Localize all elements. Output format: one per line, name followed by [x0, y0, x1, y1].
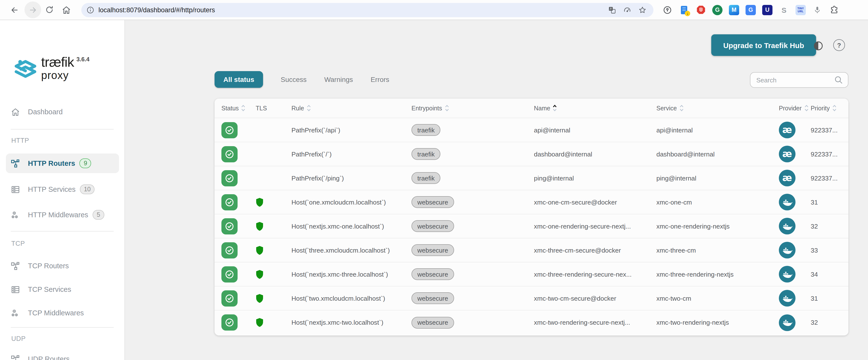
extension-strip: ↓ G M G U S TINYURL: [662, 5, 839, 15]
tab-warnings[interactable]: Warnings: [324, 71, 353, 88]
tls-cell: [256, 197, 291, 207]
rule-cell: Host(`one.xmcloudcm.localhost`): [291, 198, 411, 206]
column-label: Rule: [291, 105, 304, 112]
search-box[interactable]: [750, 72, 848, 88]
priority-cell: 32: [811, 319, 848, 326]
address-bar[interactable]: localhost:8079/dashboard/#/http/routers …: [81, 3, 653, 17]
browser-forward-icon[interactable]: [25, 1, 41, 18]
table-row[interactable]: Host(`two.xmcloudcm.localhost`) websecur…: [215, 286, 848, 310]
services-icon: [11, 185, 20, 194]
provider-docker-icon: [779, 194, 796, 211]
provider-internal-icon: æ: [779, 170, 796, 186]
service-cell: api@internal: [656, 126, 779, 134]
sidebar-item-tcp-middlewares[interactable]: TCP Middlewares: [0, 306, 124, 320]
tls-cell: [256, 293, 291, 303]
routers-table: StatusTLSRuleEntrypointsNameServiceProvi…: [215, 99, 848, 335]
priority-cell: 34: [811, 271, 848, 278]
browser-refresh-icon[interactable]: [41, 1, 58, 18]
password-manager-icon[interactable]: [662, 5, 673, 15]
bookmark-star-icon[interactable]: [638, 6, 647, 14]
sidebar-item-http-routers[interactable]: HTTP Routers 9: [6, 154, 119, 173]
browser-back-icon[interactable]: [6, 1, 23, 18]
s-extension-icon[interactable]: S: [779, 5, 789, 15]
tls-cell: [256, 269, 291, 279]
tls-cell: [256, 149, 291, 159]
table-row[interactable]: Host(`nextjs.xmc-three.localhost`) webse…: [215, 262, 848, 286]
tab-errors[interactable]: Errors: [371, 71, 389, 88]
sidebar-item-http-services[interactable]: HTTP Services 10: [0, 182, 124, 197]
extensions-puzzle-icon[interactable]: [829, 5, 839, 15]
column-header-priority[interactable]: Priority: [811, 105, 848, 112]
sidebar-item-dashboard[interactable]: Dashboard: [0, 105, 124, 119]
sidebar-item-http-middlewares[interactable]: HTTP Middlewares 5: [0, 207, 124, 222]
tls-shield-icon: [256, 197, 291, 207]
table-row[interactable]: PathPrefix(`/ping`) traefik ping@interna…: [215, 166, 848, 190]
provider-docker-icon: [779, 314, 796, 331]
status-success-icon: [221, 242, 238, 258]
table-row[interactable]: Host(`three.xmcloudcm.localhost`) websec…: [215, 238, 848, 262]
google-translate-icon[interactable]: G: [746, 5, 756, 15]
section-label-tcp: TCP: [11, 240, 25, 247]
priority-cell: 922337...: [811, 174, 848, 182]
status-success-icon: [221, 170, 238, 186]
site-info-icon[interactable]: [86, 6, 95, 14]
adblock-icon[interactable]: [695, 5, 706, 15]
column-header-service[interactable]: Service: [656, 105, 779, 112]
priority-cell: 922337...: [811, 150, 848, 158]
provider-docker-icon: [779, 218, 796, 234]
table-row[interactable]: PathPrefix(`/api`) traefik api@internal …: [215, 118, 848, 142]
grammarly-icon[interactable]: G: [712, 5, 722, 15]
priority-cell: 31: [811, 295, 848, 302]
help-icon[interactable]: ?: [833, 39, 845, 51]
column-header-status[interactable]: Status: [221, 105, 256, 112]
upgrade-hub-button[interactable]: Upgrade to Traefik Hub: [711, 34, 816, 56]
url-text[interactable]: localhost:8079/dashboard/#/http/routers: [98, 6, 608, 13]
entrypoint-pill: traefik: [411, 172, 441, 184]
search-input[interactable]: [755, 76, 834, 84]
column-header-name[interactable]: Name: [534, 105, 656, 112]
column-label: Name: [534, 105, 550, 112]
tinyurl-icon[interactable]: TINYURL: [796, 5, 806, 15]
monica-icon[interactable]: M: [729, 5, 739, 15]
column-header-entrypoints[interactable]: Entrypoints: [411, 105, 534, 112]
sidebar-item-udp-routers[interactable]: UDP Routers: [0, 352, 124, 360]
table-row[interactable]: Host(`one.xmcloudcm.localhost`) websecur…: [215, 190, 848, 214]
tls-shield-icon: [256, 221, 291, 231]
table-row[interactable]: PathPrefix(`/`) traefik dashboard@intern…: [215, 142, 848, 166]
microphone-icon[interactable]: [812, 5, 823, 15]
entrypoints-cell: websecure: [411, 292, 534, 304]
tab-success[interactable]: Success: [281, 71, 307, 88]
service-cell: xmc-two-cm: [656, 295, 779, 302]
table-row[interactable]: Host(`nextjs.xmc-one.localhost`) websecu…: [215, 214, 848, 238]
theme-toggle-icon[interactable]: [813, 40, 824, 51]
provider-docker-icon: [779, 266, 796, 282]
sidebar-item-label: TCP Routers: [28, 262, 69, 270]
name-cell: xmc-two-cm-secure@docker: [534, 295, 656, 302]
sidebar-item-label: TCP Services: [28, 285, 71, 293]
table-row[interactable]: Host(`nextjs.xmc-two.localhost`) websecu…: [215, 310, 848, 334]
performance-icon[interactable]: [623, 6, 631, 14]
browser-home-icon[interactable]: [58, 1, 74, 18]
translate-page-icon[interactable]: A: [608, 6, 616, 14]
priority-cell: 31: [811, 198, 848, 206]
u-extension-icon[interactable]: U: [762, 5, 773, 15]
count-badge: 5: [93, 210, 104, 220]
entrypoint-pill: websecure: [411, 220, 454, 232]
brand-name: træfik: [41, 55, 74, 69]
provider-cell: [779, 242, 811, 258]
tab-all-status[interactable]: All status: [215, 71, 263, 88]
services-icon: [11, 285, 20, 294]
column-header-rule[interactable]: Rule: [291, 105, 411, 112]
column-header-provider[interactable]: Provider: [779, 105, 811, 112]
middlewares-icon: [11, 308, 20, 317]
rule-cell: PathPrefix(`/`): [291, 150, 411, 158]
priority-cell: 922337...: [811, 126, 848, 134]
sidebar-item-tcp-services[interactable]: TCP Services: [0, 282, 124, 297]
priority-cell: 32: [811, 222, 848, 230]
status-tabs: All statusSuccessWarningsErrors: [215, 71, 389, 88]
status-cell: [221, 266, 256, 282]
doc-download-icon[interactable]: ↓: [679, 5, 689, 15]
sidebar-item-tcp-routers[interactable]: TCP Routers: [0, 258, 124, 273]
sidebar-item-label: HTTP Middlewares: [28, 211, 88, 219]
provider-cell: æ: [779, 122, 811, 138]
